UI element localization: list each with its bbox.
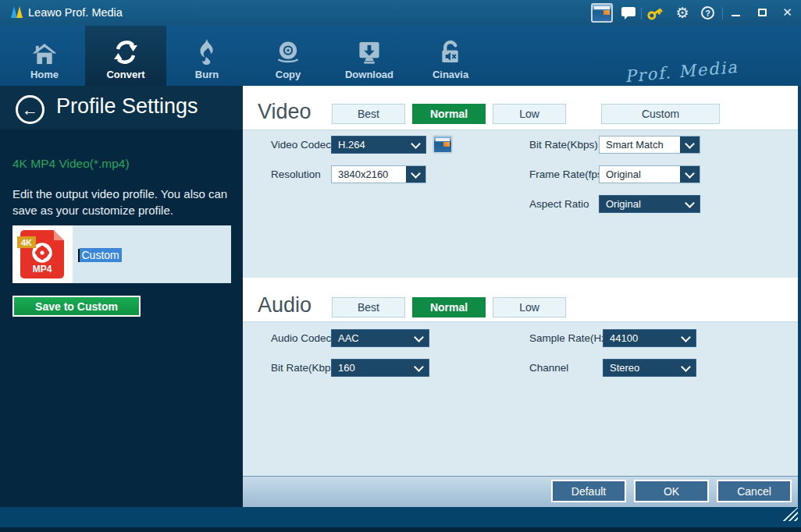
video-quality-normal[interactable]: Normal (412, 104, 486, 124)
minimize-icon[interactable] (729, 6, 742, 19)
chevron-down-icon (406, 137, 425, 153)
profile-description-line2: save as your customize profile. (12, 204, 173, 217)
codec-info-badge-icon[interactable] (433, 135, 453, 154)
chevron-down-icon (680, 166, 700, 183)
video-heading: Video (258, 100, 312, 124)
aspect-ratio-value: Original (606, 198, 641, 210)
profile-thumbnail: MP4 4K (12, 225, 73, 283)
download-icon (356, 41, 383, 66)
aspect-ratio-label: Aspect Ratio (529, 198, 589, 210)
ok-button[interactable]: OK (634, 480, 709, 502)
tab-label: Burn (195, 69, 219, 80)
tab-label: Copy (276, 69, 301, 80)
save-to-custom-button[interactable]: Save to Custom (12, 296, 141, 317)
tab-label: Home (30, 69, 59, 80)
settings-gear-icon[interactable]: ⚙ (675, 4, 690, 21)
maximize-icon[interactable] (756, 6, 768, 19)
chevron-down-icon (680, 137, 700, 153)
audio-bitrate-dropdown[interactable]: 160 (331, 359, 429, 377)
audio-heading: Audio (258, 293, 312, 317)
profile-description-line1: Edit the output video profile. You also … (12, 187, 227, 200)
audio-bitrate-label: Bit Rate(Kbps) (271, 362, 340, 374)
chevron-down-icon (676, 330, 696, 346)
resize-grip[interactable] (782, 507, 798, 521)
tab-label: Cinavia (433, 69, 468, 80)
audio-quality-best[interactable]: Best (332, 297, 405, 317)
aspect-ratio-dropdown[interactable]: Original (599, 195, 700, 213)
main-nav: Home Convert Burn Copy (0, 26, 801, 86)
mp4-file-icon: MP4 4K (20, 230, 64, 278)
title-bar: Leawo Prof. Media ⚙ ? ✕ (0, 0, 801, 26)
window-bottom-border (0, 527, 801, 532)
status-footer (0, 507, 801, 527)
profile-name-input[interactable]: Custom (80, 248, 122, 262)
audio-bitrate-value: 160 (338, 362, 355, 374)
chevron-down-icon (406, 166, 425, 183)
window-title: Leawo Prof. Media (28, 6, 123, 19)
cancel-button[interactable]: Cancel (717, 480, 792, 502)
chevron-down-icon (680, 196, 700, 212)
samplerate-dropdown[interactable]: 44100 (603, 329, 696, 347)
profile-card[interactable]: MP4 4K Custom (12, 225, 231, 283)
copy-disc-icon (275, 40, 301, 66)
feedback-chat-icon[interactable] (621, 6, 636, 20)
page-title: Profile Settings (56, 94, 198, 119)
audio-quality-low[interactable]: Low (493, 297, 566, 317)
supports-badge-icon[interactable] (591, 3, 613, 23)
video-settings-panel (243, 129, 798, 278)
profile-name-field[interactable]: Custom (78, 248, 122, 262)
framerate-dropdown[interactable]: Original (599, 165, 700, 183)
tab-burn[interactable]: Burn (166, 26, 247, 86)
brand-signature: Prof. Media (624, 58, 739, 87)
framerate-value: Original (606, 168, 641, 180)
profile-name: 4K MP4 Video(*.mp4) (12, 157, 130, 171)
audio-codec-label: Audio Codec (271, 332, 331, 344)
video-quality-custom[interactable]: Custom (601, 104, 720, 124)
burn-flame-icon (195, 39, 219, 66)
tab-label: Convert (106, 69, 144, 80)
resolution-label: Resolution (271, 168, 321, 180)
tab-label: Download (345, 69, 393, 80)
chevron-down-icon (676, 360, 696, 376)
framerate-label: Frame Rate(fps) (529, 168, 606, 180)
help-icon[interactable]: ? (701, 6, 714, 20)
video-codec-label: Video Codec (271, 139, 331, 151)
close-icon[interactable]: ✕ (781, 5, 794, 19)
audio-codec-value: AAC (338, 332, 359, 344)
home-icon (32, 43, 57, 66)
resolution-dropdown[interactable]: 3840x2160 (331, 165, 426, 183)
register-key-icon[interactable] (643, 2, 666, 24)
tab-cinavia[interactable]: Cinavia (410, 26, 491, 86)
video-bitrate-value: Smart Match (606, 139, 664, 151)
channel-label: Channel (529, 362, 568, 374)
format-label: MP4 (20, 264, 64, 275)
channel-value: Stereo (610, 362, 639, 374)
sidebar (0, 129, 243, 507)
convert-icon (112, 39, 139, 66)
app-window: { "titlebar": { "title": "Leawo Prof. Me… (0, 0, 801, 532)
resolution-value: 3840x2160 (338, 168, 388, 180)
audio-codec-dropdown[interactable]: AAC (331, 329, 429, 347)
bottom-action-bar: Default OK Cancel (243, 476, 798, 507)
tab-copy[interactable]: Copy (247, 26, 329, 86)
tab-home[interactable]: Home (4, 26, 85, 86)
video-quality-best[interactable]: Best (332, 104, 405, 124)
default-button[interactable]: Default (551, 480, 626, 502)
video-codec-dropdown[interactable]: H.264 (331, 136, 426, 154)
video-codec-value: H.264 (338, 139, 365, 151)
audio-quality-normal[interactable]: Normal (412, 297, 486, 317)
samplerate-label: Sample Rate(Hz) (529, 332, 611, 344)
leawo-logo-icon (9, 5, 25, 20)
file-fold (54, 230, 64, 240)
back-button[interactable]: ← (16, 95, 44, 124)
tab-download[interactable]: Download (329, 26, 410, 86)
cinavia-unlock-icon (438, 40, 463, 66)
titlebar-separator (641, 7, 642, 20)
channel-dropdown[interactable]: Stereo (603, 359, 696, 377)
chevron-down-icon (409, 330, 429, 346)
video-bitrate-dropdown[interactable]: Smart Match (599, 136, 700, 154)
tab-convert[interactable]: Convert (85, 26, 166, 86)
audio-settings-panel (243, 321, 798, 476)
video-quality-low[interactable]: Low (493, 104, 566, 124)
4k-badge: 4K (17, 236, 36, 248)
